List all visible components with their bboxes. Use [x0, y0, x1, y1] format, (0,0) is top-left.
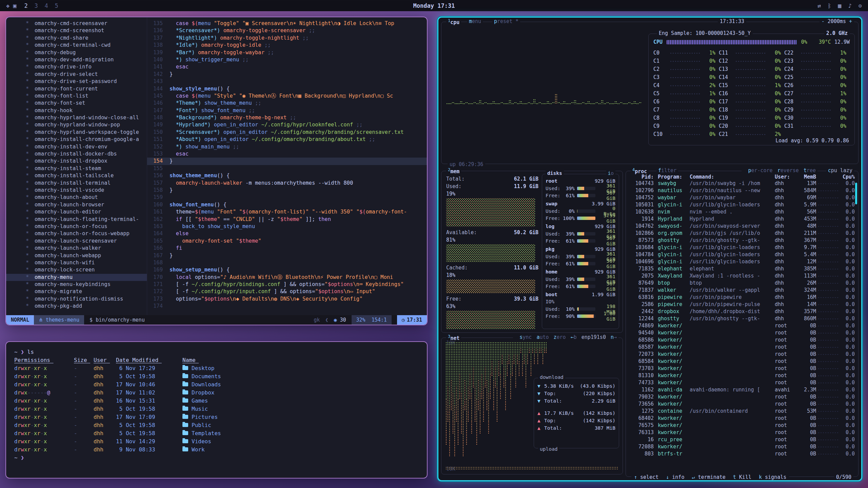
- net-option-enp191s0[interactable]: enp191s0: [581, 334, 606, 340]
- proc-option-per-core[interactable]: per-core: [748, 167, 772, 174]
- proc-options[interactable]: per-corereversetree: [742, 167, 817, 174]
- process-row[interactable]: 76575kworker/root0B0.0: [629, 422, 855, 429]
- net-option-b[interactable]: ←b: [571, 334, 577, 340]
- process-row[interactable]: 1275containe/usr/bin/containerdroot53M0.…: [629, 408, 855, 415]
- volume-icon[interactable]: ♪: [848, 2, 852, 9]
- file-list-item[interactable]: *omarchy-launch-or-focus: [6, 223, 147, 230]
- file-list-item[interactable]: *omarchy-lock-screen: [6, 266, 147, 273]
- file-list-item[interactable]: *omarchy-install-chromium-google-a: [6, 136, 147, 143]
- file-list-item[interactable]: *omarchy-hook: [6, 107, 147, 114]
- process-row[interactable]: 2075XwaylandXwayland :1 -rootless -dhh11…: [629, 272, 855, 280]
- file-list-item[interactable]: *omarchy-dev-add-migration: [6, 56, 147, 63]
- workspace-5[interactable]: 5: [53, 2, 60, 9]
- process-row[interactable]: 102638nvimnvim --embed .dhh56M0.0: [629, 208, 855, 216]
- proc-action-kill[interactable]: t Kill: [733, 474, 751, 480]
- file-list-item[interactable]: *omarchy-cmd-share: [6, 35, 147, 42]
- process-row[interactable]: 63816pipewire/usr/bin/pipewiredhh16M0.0: [629, 294, 855, 301]
- power-icon[interactable]: ⊙: [859, 2, 862, 9]
- file-list-item[interactable]: *omarchy-launch-webapp: [6, 252, 147, 259]
- process-row[interactable]: 104743swaybg/usr/bin/swaybg -i /homdhh13…: [629, 180, 855, 187]
- process-row[interactable]: 87649btopbtopdhh26M0.0: [629, 280, 855, 287]
- process-row[interactable]: 102796nautilus/usr/bin/nautilus --newdhh…: [629, 187, 855, 194]
- proc-option-tree[interactable]: tree: [804, 167, 816, 174]
- proc-action-terminate[interactable]: ↵ terminate: [692, 474, 725, 480]
- process-row[interactable]: 104696glycin-i/usr/lib/glycin-loadersdhh…: [629, 258, 855, 265]
- workspace-2[interactable]: 2: [23, 2, 29, 9]
- net-options[interactable]: syncautozero←benp191s0n→: [513, 334, 618, 340]
- file-list-item[interactable]: *omarchy-font-current: [6, 85, 147, 93]
- file-list-item[interactable]: *omarchy-drive-set-password: [6, 78, 147, 85]
- process-row[interactable]: 2442dropbox/home/dhh/.dropbox-distdhh357…: [629, 308, 855, 315]
- net-option-sync[interactable]: sync: [519, 334, 532, 340]
- file-list-item[interactable]: *omarchy-install-tailscale: [6, 172, 147, 179]
- disks-io-toggle[interactable]: io: [606, 170, 615, 176]
- net-option-n[interactable]: n→: [611, 334, 617, 340]
- process-row[interactable]: 105031glycin-i/usr/lib/glycin-loadersdhh…: [629, 201, 855, 208]
- workspace-4[interactable]: 4: [43, 2, 50, 9]
- process-row[interactable]: 81310kworker/root0B0.0: [629, 372, 855, 379]
- network-arrows-icon[interactable]: ⇄: [817, 2, 821, 9]
- file-list-item[interactable]: *omarchy-hyprland-workspace-toggle: [6, 129, 147, 136]
- process-row[interactable]: 12244ghostty/usr/bin/ghostty --gtk-dhh86…: [629, 315, 855, 322]
- process-row[interactable]: 76313kworker/root0B0.0: [629, 429, 855, 436]
- process-row[interactable]: 79032kworker/root0B0.0: [629, 393, 855, 401]
- process-row[interactable]: 72073kworker/root0B0.0: [629, 351, 855, 358]
- process-row[interactable]: 68587kworker/root0B0.0: [629, 344, 855, 351]
- net-option-zero[interactable]: zero: [554, 334, 566, 340]
- file-list-item[interactable]: *omarchy-menu: [6, 274, 147, 281]
- net-option-auto[interactable]: auto: [536, 334, 549, 340]
- file-list-item[interactable]: *omarchy-launch-editor: [6, 208, 147, 216]
- process-row[interactable]: 74733kworker/root0B0.0: [629, 379, 855, 386]
- process-row[interactable]: 73703kworker/root0B0.0: [629, 365, 855, 372]
- bluetooth-icon[interactable]: ᛒ: [828, 2, 831, 9]
- file-list-item[interactable]: *omarchy-drive-select: [6, 71, 147, 78]
- process-row[interactable]: 104762swayosd-/usr/bin/swayosd-serverdhh…: [629, 223, 855, 230]
- process-row[interactable]: 72088kworker/root0B0.0: [629, 443, 855, 450]
- proc-option-reverse[interactable]: reverse: [777, 167, 799, 174]
- update-interval-control[interactable]: - 2000ms +: [820, 18, 854, 24]
- file-list-item[interactable]: *omarchy-launch-screensaver: [6, 238, 147, 245]
- process-row[interactable]: 74869kworker/root0B0.0: [629, 322, 855, 329]
- process-row[interactable]: 71837walker/usr/bin/walker --gappldhh324…: [629, 287, 855, 294]
- file-list-item[interactable]: *omarchy-install-docker-dbs: [6, 150, 147, 158]
- process-row[interactable]: 2586pipewire/usr/bin/pipewire-pulsedhh14…: [629, 301, 855, 308]
- file-list-item[interactable]: *omarchy-cmd-terminal-cwd: [6, 42, 147, 49]
- active-window-icon[interactable]: ▣: [13, 2, 16, 9]
- btop-window[interactable]: 1cpu menu preset * 17:31:33 - 2000ms + E…: [437, 17, 862, 481]
- btop-menu-button[interactable]: menu: [467, 18, 483, 24]
- process-row[interactable]: 87573ghostty/usr/bin/ghostty --gtk-dhh36…: [629, 237, 855, 244]
- process-row[interactable]: 1914HyprlandHyprlanddhh453M0.0: [629, 216, 855, 223]
- process-row[interactable]: 803btrfs-trroot0B0.0: [629, 450, 855, 458]
- proc-filter-button[interactable]: filter: [656, 167, 678, 174]
- proc-action-signals[interactable]: k signals: [759, 474, 786, 480]
- process-table[interactable]: 104743swaybg/usr/bin/swaybg -i /homdhh13…: [626, 180, 858, 458]
- file-list-item[interactable]: *omarchy-font-list: [6, 93, 147, 100]
- process-row[interactable]: 73656kworker/root0B0.0: [629, 401, 855, 408]
- file-list-item[interactable]: *omarchy-cmd-screensaver: [6, 20, 147, 27]
- process-row[interactable]: 103684glycin-i/usr/lib/glycin-loadersdhh…: [629, 244, 855, 251]
- terminal-window[interactable]: ~ ❯ ls Permissions Size User Date Modifi…: [5, 341, 428, 479]
- file-list-item[interactable]: *omarchy-notification-dismiss: [6, 296, 147, 303]
- btop-preset-button[interactable]: preset *: [492, 18, 520, 24]
- file-list-item[interactable]: *omarchy-install-terminal: [6, 180, 147, 187]
- process-row[interactable]: 1162avahi-daavahi-daemon: running [avahi…: [629, 386, 855, 393]
- file-list-item[interactable]: *omarchy-pkg-add: [6, 303, 147, 310]
- proc-action-select[interactable]: ↑ select: [634, 474, 658, 480]
- file-list-item[interactable]: *omarchy-hyprland-window-close-all: [6, 114, 147, 121]
- file-list-item[interactable]: *omarchy-launch-about: [6, 194, 147, 201]
- file-list-item[interactable]: *omarchy-debug: [6, 49, 147, 56]
- file-list-item[interactable]: *omarchy-install-dropbox: [6, 158, 147, 165]
- file-list-item[interactable]: *omarchy-launch-or-focus-webapp: [6, 230, 147, 237]
- keyboard-icon[interactable]: ▦: [838, 2, 841, 9]
- process-row[interactable]: 68586kworker/root0B0.0: [629, 337, 855, 344]
- file-list-item[interactable]: *omarchy-install-dev-env: [6, 143, 147, 150]
- process-row[interactable]: 104784glycin-i/usr/lib/glycin-loadersdhh…: [629, 251, 855, 258]
- process-row[interactable]: 68584kworker/root0B0.0: [629, 358, 855, 365]
- file-list-item[interactable]: *omarchy-menu-keybindings: [6, 281, 147, 288]
- file-list-item[interactable]: *omarchy-install-vscode: [6, 187, 147, 194]
- file-list-item[interactable]: *omarchy-font-set: [6, 100, 147, 107]
- process-row[interactable]: 104752waybar/usr/bin/waybardhh69M0.0: [629, 194, 855, 201]
- process-scrollbar[interactable]: [855, 183, 857, 204]
- file-list-item[interactable]: *omarchy-install-steam: [6, 165, 147, 172]
- proc-action-info[interactable]: ↓ info: [666, 474, 684, 480]
